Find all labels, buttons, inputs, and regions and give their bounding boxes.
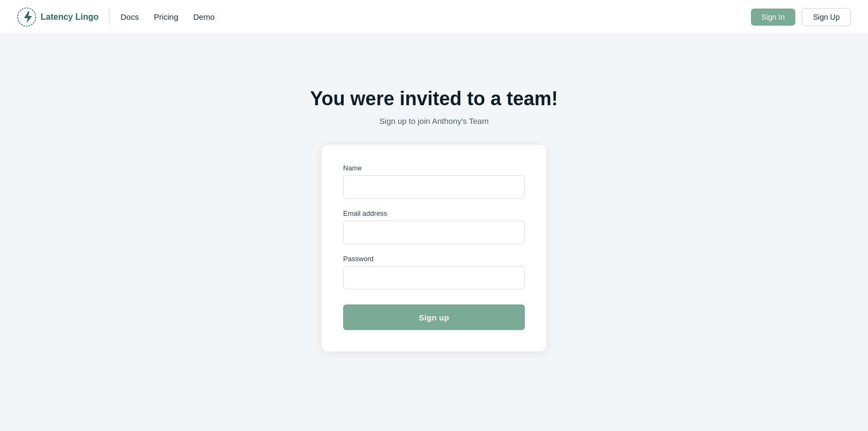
nav-link-docs[interactable]: Docs <box>120 12 138 21</box>
name-label: Name <box>343 164 525 172</box>
nav-link-demo[interactable]: Demo <box>193 12 215 21</box>
signup-form: Name Email address Password Sign up <box>343 164 525 330</box>
nav-link-pricing[interactable]: Pricing <box>154 12 179 21</box>
nav-links: Docs Pricing Demo <box>120 12 214 21</box>
email-group: Email address <box>343 209 525 244</box>
brand-link[interactable]: Latency Lingo <box>17 7 98 27</box>
header: Latency Lingo Docs Pricing Demo Sign In … <box>0 0 868 34</box>
brand-name: Latency Lingo <box>41 12 98 22</box>
signup-form-card: Name Email address Password Sign up <box>322 145 546 351</box>
main-content: You were invited to a team! Sign up to j… <box>0 34 868 351</box>
password-group: Password <box>343 255 525 289</box>
name-group: Name <box>343 164 525 199</box>
form-signup-button[interactable]: Sign up <box>343 304 525 330</box>
email-input[interactable] <box>343 221 525 244</box>
nav-actions: Sign In Sign Up <box>751 8 851 26</box>
invite-subheading: Sign up to join Anthony's Team <box>379 116 489 126</box>
invite-heading: You were invited to a team! <box>310 88 557 110</box>
nav-divider <box>109 10 110 25</box>
email-label: Email address <box>343 209 525 217</box>
brand-logo-icon <box>17 7 36 27</box>
sign-up-button[interactable]: Sign Up <box>802 8 851 26</box>
password-input[interactable] <box>343 266 525 289</box>
sign-in-button[interactable]: Sign In <box>751 9 796 26</box>
name-input[interactable] <box>343 175 525 199</box>
password-label: Password <box>343 255 525 263</box>
